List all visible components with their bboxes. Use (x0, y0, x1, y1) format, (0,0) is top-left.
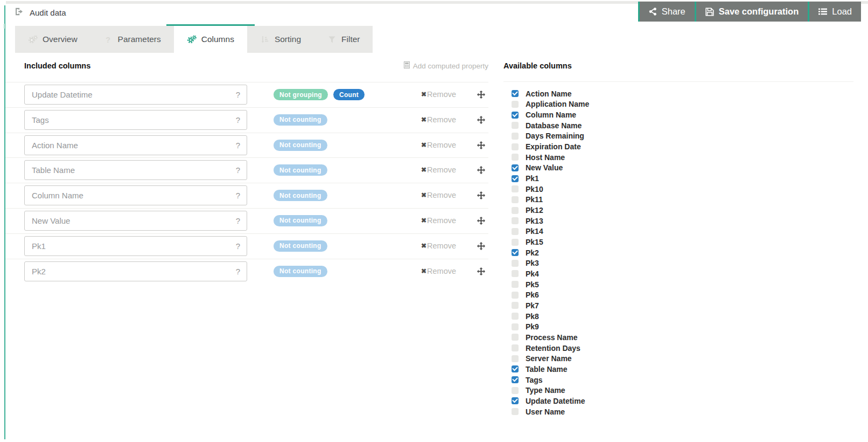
available-column-item[interactable]: Action Name (503, 88, 853, 99)
checkbox-unchecked[interactable] (512, 207, 519, 214)
available-column-item[interactable]: Host Name (503, 152, 853, 163)
move-handle-icon[interactable] (477, 267, 485, 275)
column-name-field[interactable]: ? (24, 135, 247, 155)
available-column-item[interactable]: Pk7 (503, 300, 853, 311)
available-column-item[interactable]: Pk11 (503, 195, 853, 205)
checkbox-unchecked[interactable] (512, 228, 519, 235)
help-icon[interactable]: ? (236, 216, 247, 225)
available-column-item[interactable]: Process Name (503, 332, 853, 343)
checkbox-checked[interactable] (512, 376, 519, 383)
checkbox-unchecked[interactable] (512, 313, 519, 320)
available-column-item[interactable]: Database Name (503, 120, 853, 131)
checkbox-unchecked[interactable] (512, 323, 519, 330)
checkbox-checked[interactable] (512, 112, 519, 119)
checkbox-unchecked[interactable] (512, 292, 519, 299)
badge-counting[interactable]: Not counting (274, 240, 327, 252)
remove-button[interactable]: ✖Remove (421, 191, 456, 199)
checkbox-checked[interactable] (512, 175, 519, 182)
move-handle-icon[interactable] (477, 166, 485, 174)
move-handle-icon[interactable] (477, 191, 485, 199)
column-name-input[interactable] (25, 267, 236, 276)
column-name-input[interactable] (25, 241, 236, 251)
add-computed-property-button[interactable]: Add computed property (404, 61, 488, 70)
checkbox-checked[interactable] (512, 164, 519, 171)
checkbox-checked[interactable] (512, 397, 519, 404)
tab-filter[interactable]: Filter (314, 26, 373, 53)
column-name-input[interactable] (25, 216, 236, 225)
available-column-item[interactable]: Pk13 (503, 216, 853, 226)
column-name-field[interactable]: ? (24, 85, 247, 105)
column-name-input[interactable] (25, 165, 236, 175)
available-column-item[interactable]: Table Name (503, 364, 853, 375)
available-column-item[interactable]: Server Name (503, 353, 853, 364)
available-column-item[interactable]: Pk15 (503, 237, 853, 247)
remove-button[interactable]: ✖Remove (421, 267, 456, 275)
column-name-field[interactable]: ? (24, 236, 247, 256)
checkbox-checked[interactable] (512, 90, 519, 97)
available-column-item[interactable]: Pk4 (503, 268, 853, 279)
badge-counting[interactable]: Not counting (274, 266, 327, 277)
move-handle-icon[interactable] (477, 141, 485, 149)
remove-button[interactable]: ✖Remove (421, 90, 456, 99)
column-name-input[interactable] (25, 141, 236, 150)
checkbox-unchecked[interactable] (512, 217, 519, 224)
available-column-item[interactable]: Days Remaining (503, 131, 853, 142)
available-column-item[interactable]: Pk2 (503, 247, 853, 258)
badge-count[interactable]: Count (333, 89, 365, 100)
checkbox-unchecked[interactable] (512, 260, 519, 267)
tab-parameters[interactable]: ?Parameters (90, 26, 174, 53)
checkbox-unchecked[interactable] (512, 344, 519, 351)
checkbox-unchecked[interactable] (512, 101, 519, 108)
remove-button[interactable]: ✖Remove (421, 216, 456, 225)
column-name-field[interactable]: ? (24, 185, 247, 205)
column-name-input[interactable] (25, 191, 236, 200)
tab-sorting[interactable]: Sorting (247, 26, 314, 53)
column-name-field[interactable]: ? (24, 160, 247, 180)
available-column-item[interactable]: New Value (503, 163, 853, 174)
checkbox-unchecked[interactable] (512, 387, 519, 394)
tab-overview[interactable]: Overview (15, 26, 90, 53)
checkbox-checked[interactable] (512, 249, 519, 256)
column-name-field[interactable]: ? (24, 261, 247, 281)
checkbox-unchecked[interactable] (512, 122, 519, 129)
help-icon[interactable]: ? (236, 115, 247, 125)
column-name-field[interactable]: ? (24, 211, 247, 231)
column-name-input[interactable] (25, 90, 236, 99)
move-handle-icon[interactable] (477, 242, 485, 250)
column-name-input[interactable] (25, 115, 236, 125)
move-handle-icon[interactable] (477, 91, 485, 99)
checkbox-unchecked[interactable] (512, 185, 519, 192)
save-configuration-button[interactable]: Save configuration (695, 2, 808, 22)
checkbox-unchecked[interactable] (512, 239, 519, 246)
tab-columns[interactable]: Columns (174, 26, 247, 53)
available-column-item[interactable]: Pk5 (503, 279, 853, 290)
badge-counting[interactable]: Not counting (274, 140, 327, 151)
available-column-item[interactable]: Expiration Date (503, 141, 853, 152)
share-button[interactable]: Share (638, 2, 695, 22)
checkbox-unchecked[interactable] (512, 143, 519, 150)
available-column-item[interactable]: Update Datetime (503, 396, 853, 406)
load-button[interactable]: Load (808, 2, 861, 22)
available-column-item[interactable]: Pk8 (503, 311, 853, 322)
available-column-item[interactable]: Pk3 (503, 258, 853, 269)
remove-button[interactable]: ✖Remove (421, 165, 456, 174)
badge-grouping[interactable]: Not grouping (274, 89, 328, 100)
remove-button[interactable]: ✖Remove (421, 115, 456, 124)
checkbox-unchecked[interactable] (512, 281, 519, 288)
available-column-item[interactable]: Pk9 (503, 321, 853, 332)
checkbox-unchecked[interactable] (512, 270, 519, 277)
help-icon[interactable]: ? (236, 90, 247, 99)
checkbox-unchecked[interactable] (512, 133, 519, 140)
available-column-item[interactable]: Retention Days (503, 343, 853, 354)
checkbox-unchecked[interactable] (512, 302, 519, 309)
badge-counting[interactable]: Not counting (274, 164, 327, 176)
column-name-field[interactable]: ? (24, 110, 247, 130)
help-icon[interactable]: ? (236, 165, 247, 175)
help-icon[interactable]: ? (236, 191, 247, 200)
badge-counting[interactable]: Not counting (274, 190, 327, 201)
badge-counting[interactable]: Not counting (274, 114, 327, 126)
available-column-item[interactable]: Type Name (503, 385, 853, 396)
move-handle-icon[interactable] (477, 116, 485, 124)
available-column-item[interactable]: Application Name (503, 99, 853, 110)
available-column-item[interactable]: Pk10 (503, 184, 853, 195)
